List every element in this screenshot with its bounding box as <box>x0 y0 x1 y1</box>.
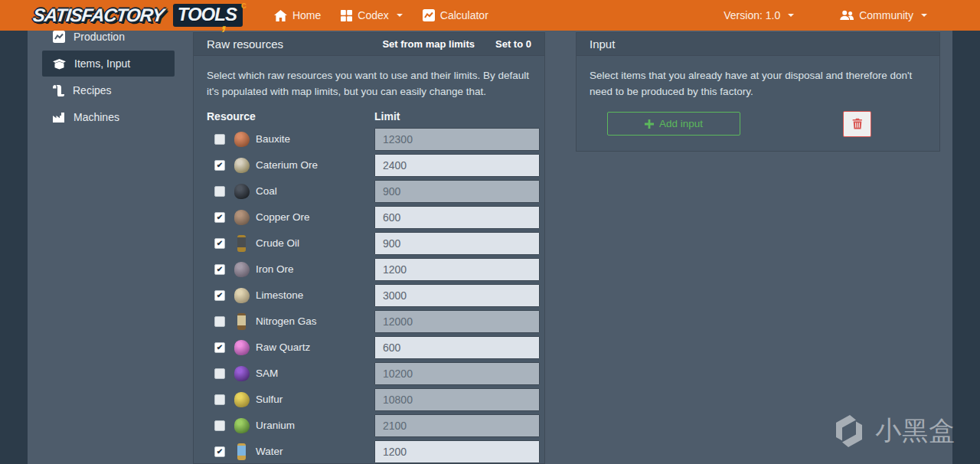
main-content: Production Items, Input Recipes Machines… <box>28 31 952 464</box>
resource-name: Copper Ore <box>256 211 374 223</box>
home-icon <box>274 10 287 21</box>
resource-checkbox[interactable]: ✔ <box>214 446 225 457</box>
resource-row[interactable]: Nitrogen Gas 12000 <box>207 310 540 333</box>
resource-row[interactable]: ✔ Limestone 3000 <box>207 284 540 307</box>
resource-icon <box>234 184 250 199</box>
input-panel-header: Input <box>577 33 939 56</box>
nav-version-dropdown[interactable]: Version: 1.0 <box>714 0 804 31</box>
navbar: SATISFACTORY TOOLS , c Home Codex Calcul… <box>0 0 980 31</box>
raw-resources-panel: Raw resources Set from map limits Set to… <box>193 32 545 464</box>
app-logo[interactable]: SATISFACTORY TOOLS , c <box>33 0 243 31</box>
resource-row[interactable]: ✔ Iron Ore 1200 <box>207 258 540 281</box>
column-headers: Resource Limit <box>207 110 540 123</box>
resource-checkbox[interactable]: ✔ <box>214 160 225 171</box>
nav-calculator[interactable]: Calculator <box>413 0 498 31</box>
limit-input[interactable]: 12000 <box>374 310 540 333</box>
resource-row[interactable]: Uranium 2100 <box>207 414 540 437</box>
resource-row[interactable]: Coal 900 <box>207 180 540 203</box>
limit-input[interactable]: 10200 <box>374 362 540 385</box>
resource-icon <box>234 366 250 381</box>
resource-checkbox[interactable]: ✔ <box>214 212 225 223</box>
check-icon: ✔ <box>217 266 223 273</box>
delete-inputs-button[interactable] <box>843 111 871 137</box>
add-input-button[interactable]: Add input <box>607 112 740 136</box>
trash-icon <box>852 118 863 129</box>
resource-row[interactable]: Bauxite 12300 <box>207 128 540 151</box>
resource-checkbox[interactable] <box>214 394 225 405</box>
resource-row[interactable]: ✔ Water 1200 <box>207 440 540 463</box>
raw-resources-header: Raw resources Set from map limits Set to… <box>194 33 544 56</box>
resource-checkbox[interactable] <box>214 186 225 197</box>
resource-icon <box>234 262 250 277</box>
limit-input[interactable]: 1200 <box>374 440 540 463</box>
limit-input[interactable]: 1200 <box>374 258 540 281</box>
sidebar-item-items-input[interactable]: Items, Input <box>42 51 175 77</box>
resource-row[interactable]: ✔ Copper Ore 600 <box>207 206 540 229</box>
nav-version-label: Version: 1.0 <box>724 9 780 21</box>
nav-home[interactable]: Home <box>264 0 331 31</box>
nav-community-dropdown[interactable]: Community <box>830 0 937 31</box>
set-from-map-limits-button[interactable]: Set from map limits <box>382 38 475 50</box>
factory-icon <box>53 112 65 123</box>
check-icon: ✔ <box>217 292 223 299</box>
resource-column-header: Resource <box>207 110 374 123</box>
resource-checkbox[interactable]: ✔ <box>214 342 225 353</box>
limit-input[interactable]: 12300 <box>374 128 540 151</box>
chart-line-icon <box>53 31 65 43</box>
resource-row[interactable]: ✔ Crude Oil 900 <box>207 232 540 255</box>
limit-input[interactable]: 3000 <box>374 284 540 307</box>
sidebar-item-label: Items, Input <box>74 57 130 70</box>
resource-icon <box>237 313 246 330</box>
logo-tools-text: TOOLS <box>178 4 237 25</box>
box-open-icon <box>53 58 66 70</box>
resource-row[interactable]: ✔ Raw Quartz 600 <box>207 336 540 359</box>
logo-satisfactory-text: SATISFACTORY <box>32 5 165 26</box>
grid-icon <box>341 10 352 21</box>
resource-checkbox[interactable]: ✔ <box>214 290 225 301</box>
resource-name: Raw Quartz <box>256 341 374 353</box>
nav-codex[interactable]: Codex <box>331 0 412 31</box>
limit-column-header: Limit <box>374 110 540 123</box>
sidebar-item-label: Recipes <box>73 84 112 96</box>
header-actions: Set from map limits Set to 0 <box>382 38 531 50</box>
resource-icon <box>234 210 250 225</box>
raw-resources-description: Select which raw resources you want to u… <box>207 67 540 100</box>
sidebar-item-recipes[interactable]: Recipes <box>42 77 175 103</box>
resource-checkbox[interactable] <box>214 368 225 379</box>
chevron-down-icon <box>788 14 794 17</box>
resource-row[interactable]: ✔ Caterium Ore 2400 <box>207 154 540 177</box>
sidebar-item-production[interactable]: Production <box>42 31 175 50</box>
limit-input[interactable]: 10800 <box>374 388 540 411</box>
scroll-icon <box>53 85 64 96</box>
resource-checkbox[interactable]: ✔ <box>214 264 225 275</box>
resource-checkbox[interactable]: ✔ <box>214 238 225 249</box>
sidebar-item-label: Machines <box>74 111 119 123</box>
sidebar-item-label: Production <box>74 31 125 43</box>
nav-home-label: Home <box>292 9 321 21</box>
resource-row[interactable]: SAM 10200 <box>207 362 540 385</box>
resource-icon <box>234 340 250 355</box>
main-nav: Home Codex Calculator <box>264 0 498 31</box>
chevron-down-icon <box>397 14 403 17</box>
resource-name: Water <box>256 446 374 457</box>
set-to-zero-button[interactable]: Set to 0 <box>495 38 531 50</box>
limit-input[interactable]: 2400 <box>374 154 540 177</box>
chevron-down-icon <box>921 14 927 17</box>
resource-checkbox[interactable] <box>214 420 225 431</box>
input-panel: Input Select items that you already have… <box>576 32 940 152</box>
sidebar-item-machines[interactable]: Machines <box>42 104 175 130</box>
input-actions-row: Add input <box>590 111 926 137</box>
resource-checkbox[interactable] <box>214 316 225 327</box>
resource-checkbox[interactable] <box>214 134 225 145</box>
limit-input[interactable]: 600 <box>374 206 540 229</box>
input-panel-description: Select items that you already have at yo… <box>590 67 926 100</box>
input-panel-body: Select items that you already have at yo… <box>577 56 939 149</box>
check-icon: ✔ <box>217 162 223 169</box>
resource-row[interactable]: Sulfur 10800 <box>207 388 540 411</box>
limit-input[interactable]: 2100 <box>374 414 540 437</box>
limit-input[interactable]: 600 <box>374 336 540 359</box>
limit-input[interactable]: 900 <box>374 180 540 203</box>
nav-calculator-label: Calculator <box>440 9 488 21</box>
limit-input[interactable]: 900 <box>374 232 540 255</box>
resource-name: Uranium <box>256 420 374 431</box>
